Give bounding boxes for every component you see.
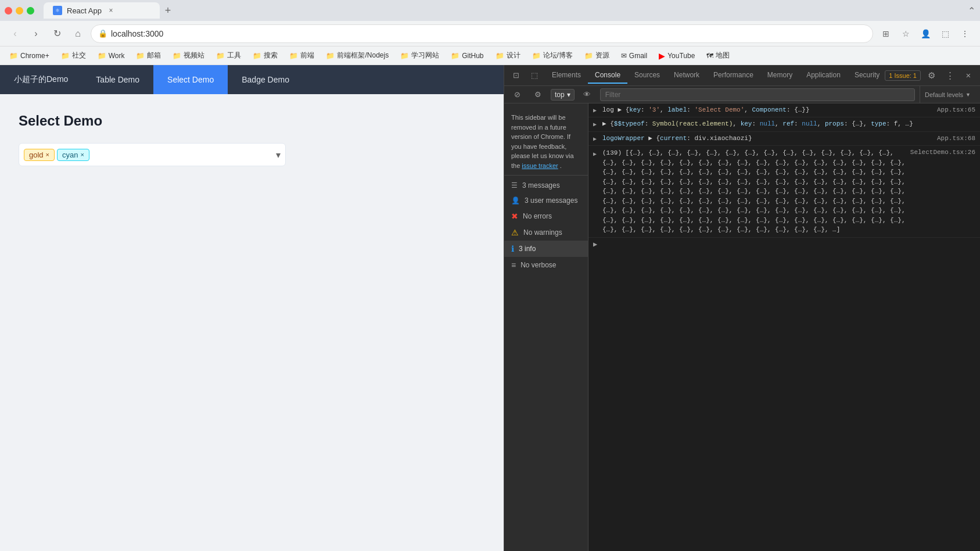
bookmark-youtube[interactable]: ▶ YouTube [654, 50, 699, 62]
bookmark-video[interactable]: 📁 视频站 [168, 49, 209, 62]
context-label: top [555, 91, 565, 99]
close-window-button[interactable] [5, 7, 12, 15]
sidebar-item-warnings[interactable]: ⚠ No warnings [504, 224, 588, 241]
tag-cyan-close[interactable]: × [80, 151, 84, 158]
devtools-dock-button[interactable]: ⊡ [508, 67, 524, 84]
forward-button[interactable]: › [28, 26, 44, 42]
bookmark-label: 论坛/博客 [543, 51, 573, 60]
bookmark-forum[interactable]: 📁 论坛/博客 [527, 49, 577, 62]
url-bar[interactable]: 🔒 localhost:3000 [91, 24, 873, 43]
tag-cyan[interactable]: cyan × [57, 149, 89, 161]
tab-elements[interactable]: Elements [545, 67, 588, 84]
error-icon: ✖ [511, 212, 518, 221]
tag-gold[interactable]: gold × [24, 149, 55, 161]
console-settings-icon[interactable]: ⚙ [530, 87, 546, 103]
bookmark-chrome-plus[interactable]: 📁 Chrome+ [5, 51, 54, 61]
maps-icon: 🗺 [706, 52, 713, 60]
bookmark-maps[interactable]: 🗺 地图 [702, 49, 734, 62]
back-button[interactable]: ‹ [7, 26, 23, 42]
eye-icon[interactable]: 👁 [579, 87, 595, 103]
new-tab-button[interactable]: + [160, 2, 176, 19]
nav-item-badge[interactable]: Badge Demo [228, 65, 303, 94]
issues-count-badge[interactable]: 1 Issue: 1 [885, 70, 921, 81]
lock-icon: 🔒 [98, 29, 107, 38]
select-input[interactable]: gold × cyan × ▾ [19, 143, 286, 166]
source-link[interactable]: App.tsx:68 [937, 134, 975, 143]
maximize-window-button[interactable] [27, 7, 34, 15]
warning-icon: ⚠ [511, 228, 519, 237]
bookmark-gmail[interactable]: ✉ Gmail [616, 51, 652, 61]
tab-memory[interactable]: Memory [760, 67, 799, 84]
sidebar-item-all-messages[interactable]: ☰ 3 messages [504, 178, 588, 193]
clear-console-icon[interactable]: ⊘ [509, 87, 525, 103]
bookmark-label: 邮箱 [147, 51, 161, 60]
context-selector[interactable]: top ▾ [551, 89, 575, 101]
bookmark-learning[interactable]: 📁 学习网站 [396, 49, 444, 62]
devtools-undock-button[interactable]: ⬚ [526, 67, 543, 84]
console-main[interactable]: ▶ log ▶ {key: '3', label: 'Select Demo',… [588, 103, 980, 551]
default-levels-dropdown[interactable]: Default levels [920, 86, 975, 103]
expand-icon[interactable]: ▶ [593, 151, 597, 159]
bookmark-design[interactable]: 📁 设计 [491, 49, 525, 62]
gmail-icon: ✉ [621, 52, 627, 60]
console-sidebar: This sidebar will be removed in a future… [504, 103, 588, 551]
sidebar-item-label: 3 messages [522, 181, 560, 189]
home-button[interactable]: ⌂ [70, 26, 86, 42]
bookmark-tools[interactable]: 📁 工具 [211, 49, 246, 62]
expand-icon[interactable]: ▶ [593, 121, 597, 129]
tab-console[interactable]: Console [588, 67, 627, 84]
nav-item-xiaochaozi[interactable]: 小超子的Demo [0, 65, 82, 94]
nav-item-select[interactable]: Select Demo [153, 65, 228, 94]
sidebar-period: . [560, 162, 562, 169]
settings-icon[interactable]: ⚙ [923, 67, 939, 84]
more-options-icon[interactable]: ⋮ [957, 26, 973, 42]
tab-application[interactable]: Application [799, 67, 848, 84]
tab-sources[interactable]: Sources [627, 67, 667, 84]
folder-icon: 📁 [61, 52, 70, 60]
folder-icon: 📁 [98, 52, 106, 60]
tab-elements-label: Elements [552, 71, 581, 79]
bookmark-star-icon[interactable]: ☆ [898, 26, 914, 42]
bookmark-label: Gmail [629, 52, 647, 60]
minimize-window-button[interactable] [16, 7, 23, 15]
expand-icon[interactable]: ▶ [593, 107, 597, 115]
sidebar-item-info[interactable]: ℹ 3 info [504, 241, 588, 257]
console-expand-row[interactable]: ▶ [588, 238, 980, 251]
bookmark-social[interactable]: 📁 社交 [56, 49, 91, 62]
tab-network[interactable]: Network [667, 67, 706, 84]
tab-close-button[interactable]: × [106, 6, 116, 15]
sidebar-item-verbose[interactable]: ≡ No verbose [504, 257, 588, 273]
bookmark-work[interactable]: 📁 Work [93, 51, 130, 61]
bookmark-email[interactable]: 📁 邮箱 [131, 49, 166, 62]
extensions-icon[interactable]: ⬚ [937, 26, 953, 42]
expand-array-icon[interactable]: ▶ [593, 240, 597, 249]
close-devtools-button[interactable]: × [960, 67, 977, 84]
profile-icon[interactable]: 👤 [917, 26, 934, 42]
issue-tracker-link[interactable]: issue tracker [522, 162, 558, 169]
sidebar-item-user-messages[interactable]: 👤 3 user messages [504, 193, 588, 208]
source-link[interactable]: SelectDemo.tsx:26 [910, 148, 975, 157]
source-link[interactable]: App.tsx:65 [937, 106, 975, 115]
bookmark-search[interactable]: 📁 搜索 [248, 49, 282, 62]
bookmark-frontend[interactable]: 📁 前端 [285, 49, 319, 62]
bookmark-nodejs[interactable]: 📁 前端框架/Nodejs [321, 49, 393, 62]
url-text: localhost:3000 [111, 29, 866, 38]
select-dropdown-arrow[interactable]: ▾ [276, 149, 281, 160]
bookmark-resources[interactable]: 📁 资源 [580, 49, 614, 62]
folder-icon: 📁 [289, 52, 298, 60]
tab-performance[interactable]: Performance [706, 67, 760, 84]
sidebar-item-errors[interactable]: ✖ No errors [504, 208, 588, 224]
tag-gold-close[interactable]: × [46, 151, 49, 158]
tab-security[interactable]: Security [848, 67, 882, 84]
tag-gold-label: gold [29, 151, 44, 159]
expand-icon[interactable]: ▶ [593, 135, 597, 144]
active-tab[interactable]: ⚛ React App × [44, 2, 160, 19]
console-entry-content: (139) [{…}, {…}, {…}, {…}, {…}, {…}, {…}… [602, 148, 906, 235]
translate-icon[interactable]: ⊞ [878, 26, 894, 42]
bookmark-github[interactable]: 📁 GitHub [446, 51, 488, 61]
more-devtools-icon[interactable]: ⋮ [942, 67, 958, 84]
reload-button[interactable]: ↻ [49, 26, 65, 42]
list-icon: ☰ [511, 181, 518, 189]
console-filter-input[interactable] [600, 88, 915, 101]
nav-item-table[interactable]: Table Demo [82, 65, 153, 94]
